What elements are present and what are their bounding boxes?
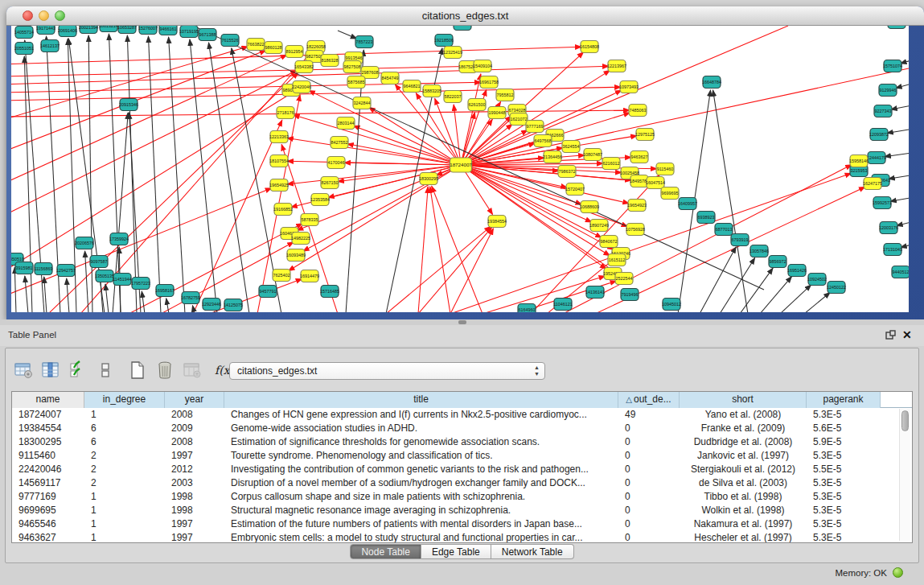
graph-node[interactable]: 11156869 bbox=[34, 263, 52, 275]
graph-node[interactable]: 16047514 bbox=[646, 177, 665, 189]
table-row[interactable]: 1456911722003Disruption of a novel membe… bbox=[12, 476, 912, 490]
graph-node[interactable]: 9671388 bbox=[199, 29, 216, 41]
table-cell[interactable]: 2008 bbox=[165, 408, 224, 422]
table-cell[interactable]: 1 bbox=[84, 504, 165, 517]
graph-node[interactable]: 19384554 bbox=[487, 216, 507, 228]
graph-node[interactable]: 8267150 bbox=[321, 177, 339, 189]
table-cell[interactable]: Investigating the contribution of common… bbox=[224, 463, 618, 476]
graph-node[interactable]: 9777169 bbox=[526, 121, 544, 133]
new-file-icon[interactable] bbox=[127, 360, 148, 381]
table-cell[interactable]: 5.6E-5 bbox=[807, 422, 881, 435]
table-cell[interactable]: Dudbridge et al. (2008) bbox=[680, 435, 807, 449]
graph-node[interactable]: 7615526 bbox=[221, 35, 239, 47]
edge[interactable] bbox=[461, 165, 628, 227]
table-cell[interactable]: 2 bbox=[84, 476, 165, 490]
column-header-title[interactable]: title bbox=[224, 392, 618, 408]
graph-node[interactable]: 9227343 bbox=[874, 105, 892, 117]
graph-node[interactable]: 16958167 bbox=[155, 285, 175, 297]
graph-node[interactable]: 9463627 bbox=[630, 151, 648, 163]
graph-node[interactable]: 2522544 bbox=[615, 273, 633, 285]
scrollbar-thumb[interactable] bbox=[901, 410, 909, 431]
graph-node[interactable]: 20915346 bbox=[119, 99, 138, 111]
graph-node[interactable]: 20021394 bbox=[79, 26, 98, 34]
edge[interactable] bbox=[287, 138, 461, 165]
graph-node[interactable]: 18613214 bbox=[99, 26, 118, 32]
graph-node[interactable]: 17957223 bbox=[131, 278, 150, 290]
table-row[interactable]: 911546021997Tourette syndrome. Phenomeno… bbox=[12, 449, 912, 463]
graph-node[interactable]: 10924502 bbox=[807, 274, 827, 286]
graph-node[interactable]: 16543382 bbox=[294, 61, 314, 73]
graph-node[interactable]: 7986372 bbox=[558, 166, 576, 178]
table-cell[interactable]: 1997 bbox=[165, 449, 224, 463]
graph-node[interactable]: 19654925 bbox=[269, 179, 289, 192]
panel-splitter[interactable] bbox=[0, 319, 924, 325]
zoom-window-button[interactable] bbox=[55, 10, 65, 21]
graph-node[interactable]: 17359924 bbox=[109, 233, 129, 245]
graph-node[interactable]: 1615112 bbox=[608, 254, 626, 266]
edge[interactable] bbox=[450, 173, 852, 312]
graph-node[interactable]: 3624554 bbox=[562, 141, 580, 153]
graph-node[interactable]: 16648784 bbox=[702, 76, 721, 89]
table-cell[interactable]: 18300295 bbox=[12, 435, 84, 449]
graph-node[interactable]: 5875685 bbox=[347, 76, 365, 89]
table-cell[interactable]: Genome-wide association studies in ADHD. bbox=[224, 422, 618, 435]
graph-node[interactable]: 10973493 bbox=[619, 81, 639, 93]
graph-node[interactable]: 12003176 bbox=[879, 222, 898, 234]
column-header-pagerank[interactable]: pagerank bbox=[807, 392, 881, 408]
table-cell[interactable]: 2009 bbox=[165, 422, 224, 435]
edge[interactable] bbox=[720, 257, 755, 312]
table-cell[interactable]: 1997 bbox=[165, 517, 224, 531]
table-cell[interactable]: Yano et al. (2008) bbox=[680, 408, 807, 422]
graph-node[interactable]: 9827508 bbox=[343, 61, 361, 73]
graph-node[interactable]: 8912954 bbox=[285, 46, 303, 58]
graph-node[interactable]: 12213967 bbox=[607, 60, 626, 72]
graph-node[interactable]: 12213363 bbox=[269, 131, 289, 143]
table-cell[interactable]: 0 bbox=[618, 531, 680, 543]
table-cell[interactable]: 5.3E-5 bbox=[807, 531, 881, 543]
table-cell[interactable]: Embryonic stem cells: a model to study s… bbox=[224, 531, 618, 543]
table-cell[interactable]: Changes of HCN gene expression and I(f) … bbox=[224, 408, 618, 422]
column-header-year[interactable]: year bbox=[165, 392, 224, 408]
graph-node[interactable]: 12325419 bbox=[443, 47, 462, 59]
graph-node[interactable]: 15276007 bbox=[138, 26, 158, 35]
table-cell[interactable]: 9699695 bbox=[12, 504, 84, 517]
graph-node[interactable]: 12353584 bbox=[310, 194, 330, 206]
graph-node[interactable]: 7857223 bbox=[355, 36, 373, 48]
graph-node[interactable]: 3915981 bbox=[15, 262, 33, 274]
graph-node[interactable]: 20551051 bbox=[14, 43, 34, 55]
table-cell[interactable]: 0 bbox=[618, 517, 680, 531]
graph-node[interactable]: 8186328 bbox=[321, 55, 339, 67]
tab-network-table[interactable]: Network Table bbox=[491, 544, 574, 559]
graph-node[interactable]: 7625402 bbox=[273, 270, 290, 282]
graph-node[interactable]: 12093872 bbox=[869, 129, 889, 141]
table-cell[interactable]: 6 bbox=[84, 435, 165, 449]
table-row[interactable]: 946362711997Embryonic stem cells: a mode… bbox=[12, 531, 912, 543]
tab-edge-table[interactable]: Edge Table bbox=[421, 544, 491, 559]
graph-node[interactable]: 16247175 bbox=[863, 178, 882, 190]
table-cell[interactable]: 2 bbox=[84, 463, 165, 476]
graph-node[interactable]: 9860128 bbox=[265, 42, 282, 54]
table-cell[interactable]: 5.9E-5 bbox=[807, 435, 881, 449]
minimize-window-button[interactable] bbox=[39, 10, 49, 21]
show-column-icon[interactable] bbox=[40, 360, 61, 381]
graph-node[interactable]: 9115460 bbox=[656, 163, 674, 175]
graph-node[interactable]: 9466161 bbox=[159, 26, 177, 35]
graph-node[interactable]: 10653287 bbox=[117, 26, 137, 34]
edge[interactable] bbox=[450, 229, 493, 312]
graph-node[interactable]: 15958146 bbox=[849, 155, 869, 167]
graph-node[interactable]: 9440512 bbox=[892, 266, 909, 278]
tab-node-table[interactable]: Node Table bbox=[350, 544, 421, 559]
table-row[interactable]: 1872400712008Changes of HCN gene express… bbox=[12, 408, 912, 422]
edge[interactable] bbox=[88, 35, 92, 312]
table-cell[interactable]: 49 bbox=[618, 408, 680, 422]
graph-node[interactable]: 6938923 bbox=[697, 212, 715, 224]
graph-node[interactable]: 14982225 bbox=[291, 233, 310, 245]
graph-node[interactable]: 16154808 bbox=[580, 41, 599, 53]
table-row[interactable]: 1830029562008Estimation of significance … bbox=[12, 435, 912, 449]
graph-node[interactable]: 8427552 bbox=[331, 137, 348, 149]
table-cell[interactable]: 6 bbox=[84, 422, 165, 435]
table-cell[interactable]: 18724007 bbox=[12, 408, 84, 422]
table-cell[interactable]: 1998 bbox=[165, 490, 224, 504]
graph-node[interactable]: 8413054 bbox=[454, 26, 471, 31]
table-cell[interactable]: Estimation of significance thresholds fo… bbox=[224, 435, 618, 449]
